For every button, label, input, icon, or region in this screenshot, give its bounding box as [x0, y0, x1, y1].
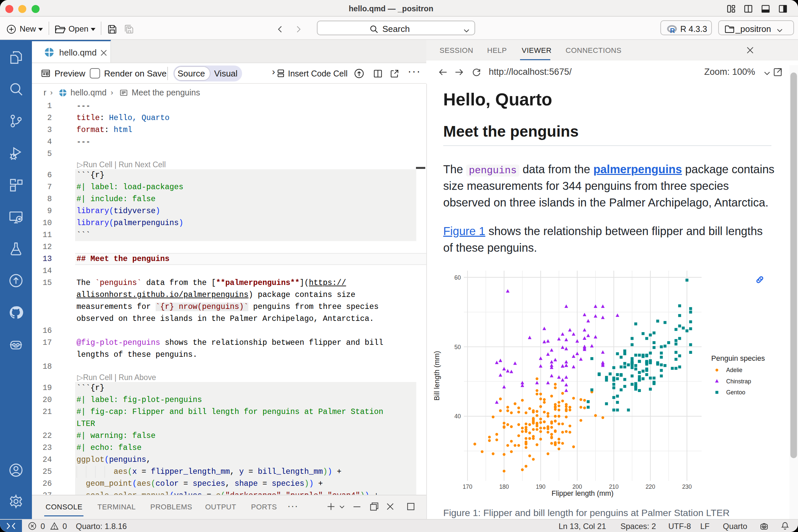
svg-text:230: 230 — [682, 483, 691, 490]
svg-text:200: 200 — [572, 483, 582, 490]
svg-text:180: 180 — [499, 483, 509, 490]
svg-text:Chinstrap: Chinstrap — [726, 378, 751, 385]
svg-text:Flipper length (mm): Flipper length (mm) — [552, 490, 613, 497]
svg-text:190: 190 — [536, 483, 545, 490]
svg-text:Gentoo: Gentoo — [726, 389, 745, 396]
svg-text:Bill length (mm): Bill length (mm) — [433, 351, 441, 400]
svg-text:220: 220 — [645, 483, 655, 490]
svg-text:R: R — [670, 26, 675, 34]
svg-text:Adelie: Adelie — [726, 367, 742, 374]
svg-text:Penguin species: Penguin species — [711, 354, 765, 362]
svg-text:210: 210 — [609, 483, 619, 490]
svg-text:40: 40 — [455, 413, 461, 420]
svg-text:50: 50 — [455, 344, 461, 350]
svg-text:60: 60 — [455, 274, 461, 281]
svg-text:170: 170 — [462, 483, 472, 490]
